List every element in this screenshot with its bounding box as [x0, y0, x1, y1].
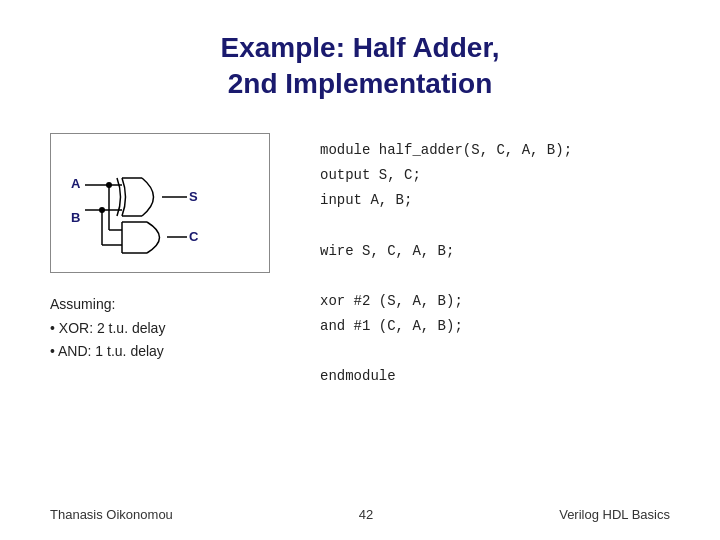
- assuming-item-2: • AND: 1 t.u. delay: [50, 340, 165, 364]
- circuit-diagram: A B: [50, 133, 270, 273]
- code-line-5: xor #2 (S, A, B);: [320, 289, 572, 314]
- slide: Example: Half Adder, 2nd Implementation …: [0, 0, 720, 540]
- code-line-6: and #1 (C, A, B);: [320, 314, 572, 339]
- left-panel: A B: [50, 133, 290, 364]
- code-line-1: module half_adder(S, C, A, B);: [320, 138, 572, 163]
- assuming-item-1: • XOR: 2 t.u. delay: [50, 317, 165, 341]
- code-line-3: input A, B;: [320, 188, 572, 213]
- code-line-2: output S, C;: [320, 163, 572, 188]
- code-line-blank1: [320, 213, 572, 238]
- assuming-section: Assuming: • XOR: 2 t.u. delay • AND: 1 t…: [50, 293, 165, 364]
- assuming-title: Assuming:: [50, 293, 165, 317]
- code-line-4: wire S, C, A, B;: [320, 239, 572, 264]
- code-line-blank3: [320, 339, 572, 364]
- code-line-7: endmodule: [320, 364, 572, 389]
- footer: Thanasis Oikonomou 42 Verilog HDL Basics: [50, 507, 670, 522]
- slide-title: Example: Half Adder, 2nd Implementation: [50, 30, 670, 103]
- code-panel: module half_adder(S, C, A, B); output S,…: [320, 133, 572, 390]
- svg-text:C: C: [189, 229, 199, 244]
- code-line-blank2: [320, 264, 572, 289]
- footer-left: Thanasis Oikonomou: [50, 507, 173, 522]
- svg-text:B: B: [71, 210, 80, 225]
- svg-text:S: S: [189, 189, 198, 204]
- footer-center: 42: [359, 507, 373, 522]
- svg-text:A: A: [71, 176, 81, 191]
- content-area: A B: [50, 133, 670, 390]
- footer-right: Verilog HDL Basics: [559, 507, 670, 522]
